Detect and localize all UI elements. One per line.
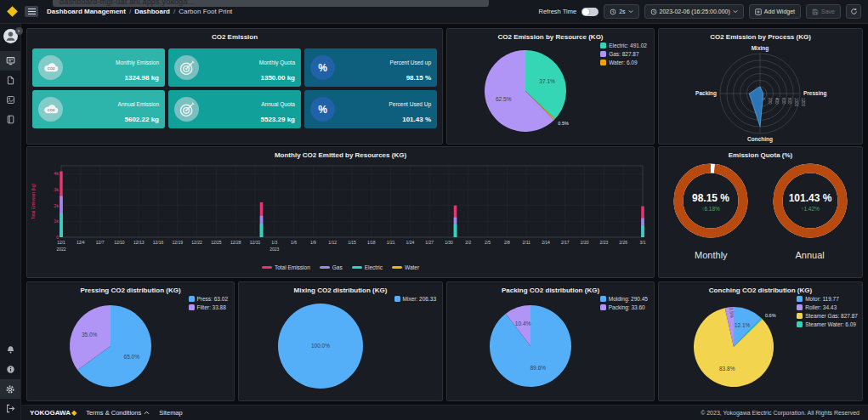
stat-card-annual-quota: Annual Quota5523.29 kg bbox=[168, 90, 301, 128]
legend-item[interactable]: Electric: 491.02 bbox=[600, 43, 647, 48]
emission-quota-panel: Emission Quota (%) 98.15 %↑6.18%Monthly1… bbox=[658, 146, 863, 278]
panel-title: CO2 Emission by Process (KG) bbox=[659, 29, 862, 41]
svg-text:12/10: 12/10 bbox=[114, 240, 125, 245]
logout-icon bbox=[6, 404, 15, 413]
menu-icon[interactable] bbox=[25, 6, 38, 17]
sidebar-item-info[interactable] bbox=[0, 360, 20, 379]
breadcrumb-section[interactable]: Dashboard Management bbox=[47, 8, 126, 15]
sitemap-link[interactable]: Sitemap bbox=[159, 409, 183, 417]
add-widget-button[interactable]: Add Widget bbox=[749, 4, 801, 19]
legend-item[interactable]: Molding: 290.45 bbox=[600, 296, 648, 302]
legend-item[interactable]: Filter: 33.88 bbox=[189, 304, 229, 310]
panel-title: Conching CO2 distribution (KG) bbox=[659, 282, 862, 294]
save-label: Save bbox=[821, 9, 835, 14]
stat-card-annual-emission: CO2 Annual Emission5602.22 kg bbox=[32, 90, 165, 128]
svg-text:Mixing: Mixing bbox=[752, 45, 769, 52]
stat-card-monthly-emission: CO2 Monthly Emission1324.98 kg bbox=[32, 48, 165, 87]
svg-text:1/21: 1/21 bbox=[387, 240, 395, 245]
sidebar-item-settings[interactable] bbox=[0, 379, 20, 399]
stat-label: Annual Quota bbox=[261, 101, 295, 107]
user-avatar[interactable]: › bbox=[3, 29, 18, 43]
legend-item[interactable]: Electric bbox=[352, 264, 383, 270]
percent-icon: % bbox=[310, 97, 335, 122]
stat-label: Annual Emission bbox=[118, 101, 159, 107]
interval-select[interactable]: 2s bbox=[604, 4, 638, 19]
svg-text:Packing: Packing bbox=[695, 90, 717, 97]
legend-item[interactable]: Water: 6.09 bbox=[600, 60, 647, 65]
legend-swatch-icon bbox=[600, 304, 606, 310]
sidebar-item-logbook[interactable] bbox=[0, 110, 20, 129]
toggle-knob bbox=[582, 9, 589, 15]
percent-icon: % bbox=[310, 55, 335, 80]
svg-text:1200: 1200 bbox=[801, 98, 805, 107]
datetime-select[interactable]: 2023-02-06 (16:25:00.000) bbox=[644, 4, 744, 19]
legend-item[interactable]: Motor: 119.77 bbox=[797, 296, 858, 302]
svg-text:12/13: 12/13 bbox=[133, 240, 145, 245]
svg-text:83.8%: 83.8% bbox=[719, 366, 735, 372]
save-button[interactable]: Save bbox=[806, 4, 841, 19]
stat-label: Monthly Quota bbox=[259, 60, 295, 65]
legend-label: Electric bbox=[365, 264, 383, 270]
legend-item[interactable]: Steamer Gas: 827.87 bbox=[797, 313, 858, 319]
sidebar-item-dashboard[interactable] bbox=[0, 51, 20, 71]
add-widget-label: Add Widget bbox=[764, 9, 795, 14]
svg-text:2k: 2k bbox=[54, 203, 59, 208]
svg-text:65.0%: 65.0% bbox=[124, 354, 140, 360]
panel-title: CO2 Emission by Resource (KG) bbox=[447, 29, 654, 41]
legend-label: Filter: 33.88 bbox=[197, 304, 226, 310]
sidebar-item-logout[interactable] bbox=[0, 399, 20, 418]
image-icon bbox=[6, 95, 15, 105]
legend-label: Steamer Gas: 827.87 bbox=[805, 313, 858, 319]
svg-text:12/4: 12/4 bbox=[77, 240, 85, 245]
panel-title: Pressing CO2 distribution (KG) bbox=[27, 282, 234, 294]
legend-swatch-icon bbox=[600, 296, 606, 302]
panel-title: Packing CO2 distribution (KG) bbox=[447, 282, 654, 294]
legend-swatch-icon bbox=[320, 266, 330, 269]
refresh-time-toggle[interactable] bbox=[582, 8, 599, 16]
refresh-button[interactable] bbox=[846, 4, 861, 19]
stat-label: Monthly Emission bbox=[116, 60, 159, 65]
svg-text:35.0%: 35.0% bbox=[82, 332, 98, 338]
legend-swatch-icon bbox=[797, 313, 803, 319]
legend-label: Steamer Water: 6.09 bbox=[805, 321, 856, 327]
svg-text:0.6%: 0.6% bbox=[765, 313, 776, 318]
panel-title: CO2 Emission bbox=[27, 29, 442, 41]
svg-text:1/24: 1/24 bbox=[406, 240, 415, 245]
legend-swatch-icon bbox=[797, 304, 803, 310]
bell-icon bbox=[6, 345, 15, 355]
sidebar-item-reports[interactable] bbox=[0, 90, 20, 110]
stat-value: 101.43 % bbox=[402, 116, 431, 123]
svg-text:1/12: 1/12 bbox=[328, 240, 337, 245]
sidebar-item-documents[interactable] bbox=[0, 71, 20, 90]
svg-text:200: 200 bbox=[768, 98, 772, 105]
legend-item[interactable]: Mixer: 206.33 bbox=[394, 296, 436, 302]
legend-item[interactable]: Press: 63.02 bbox=[189, 296, 229, 302]
sidebar-expand-arrow[interactable]: › bbox=[15, 27, 23, 35]
legend-item[interactable]: Packing: 33.60 bbox=[600, 304, 648, 310]
stat-value: 5602.22 kg bbox=[125, 116, 159, 123]
header-controls: Refresh Time 2s 2023-02-06 (16:25:00.000… bbox=[539, 4, 861, 19]
terms-link[interactable]: Terms & Conditions bbox=[86, 409, 150, 417]
copyright-text: © 2023, Yokogawa Electric Corporation. A… bbox=[701, 410, 859, 416]
svg-text:12/28: 12/28 bbox=[230, 240, 241, 245]
legend-item[interactable]: Total Emission bbox=[262, 264, 310, 270]
svg-text:2/2: 2/2 bbox=[465, 240, 471, 245]
breadcrumb-subsection[interactable]: Dashboard bbox=[134, 8, 170, 15]
donut-label: Annual bbox=[763, 250, 857, 260]
svg-text:800: 800 bbox=[787, 98, 791, 105]
svg-text:2/14: 2/14 bbox=[542, 240, 550, 245]
legend-item[interactable]: Water bbox=[392, 264, 419, 270]
legend-item[interactable]: Gas bbox=[320, 264, 343, 270]
svg-text:1/6: 1/6 bbox=[291, 240, 297, 245]
sidebar-item-notifications[interactable] bbox=[0, 340, 20, 360]
legend-item[interactable]: Gas: 827.87 bbox=[600, 51, 647, 57]
app-footer: YOKOGAWA ◆ Terms & Conditions Sitemap © … bbox=[21, 405, 868, 420]
legend-item[interactable]: Roller: 34.43 bbox=[797, 304, 858, 310]
legend-swatch-icon bbox=[600, 51, 606, 57]
legend-item[interactable]: Steamer Water: 6.09 bbox=[797, 321, 858, 327]
svg-text:2022: 2022 bbox=[56, 247, 65, 252]
svg-text:600: 600 bbox=[781, 98, 786, 105]
clock-icon bbox=[650, 9, 657, 15]
conching-pie-panel: Conching CO2 distribution (KG) 12.1%0.6%… bbox=[658, 281, 863, 401]
clock-icon bbox=[610, 9, 616, 15]
